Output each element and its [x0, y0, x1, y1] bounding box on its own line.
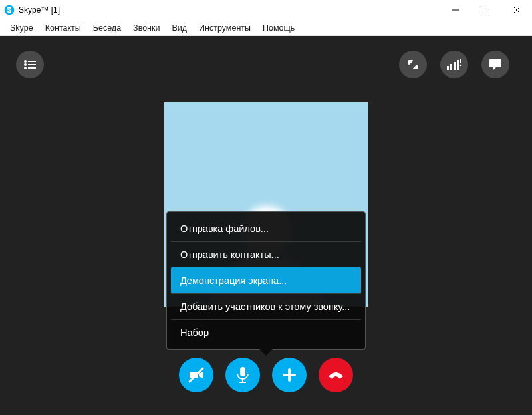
- menu-view[interactable]: Вид: [166, 22, 193, 34]
- svg-point-2: [24, 60, 27, 63]
- menu-conversation[interactable]: Беседа: [87, 22, 127, 34]
- add-menu-popup: Отправка файлов... Отправить контакты...…: [166, 211, 366, 350]
- menu-contacts[interactable]: Контакты: [39, 22, 87, 34]
- video-off-icon: [187, 366, 205, 384]
- window-minimize-button[interactable]: [440, 0, 471, 20]
- open-chat-button[interactable]: [481, 51, 509, 78]
- hangup-icon: [326, 365, 346, 385]
- menu-item-share-screen[interactable]: Демонстрация экрана...: [171, 267, 361, 293]
- window-maximize-button[interactable]: [471, 0, 501, 20]
- toggle-mic-button[interactable]: [225, 358, 260, 392]
- menubar: Skype Контакты Беседа Звонки Вид Инструм…: [0, 20, 532, 36]
- svg-point-13: [460, 65, 462, 67]
- fullscreen-button[interactable]: [399, 51, 427, 78]
- plus-icon: [282, 368, 297, 382]
- menu-item-send-files[interactable]: Отправка файлов...: [171, 216, 361, 241]
- svg-rect-5: [28, 64, 36, 65]
- list-icon: [24, 60, 36, 69]
- menu-calls[interactable]: Звонки: [127, 22, 166, 34]
- window-title: Skype™ [1]: [19, 5, 60, 15]
- signal-bars-icon: [447, 59, 462, 70]
- svg-point-6: [24, 67, 27, 69]
- menu-help[interactable]: Помощь: [257, 22, 301, 34]
- call-area: Отправка файлов... Отправить контакты...…: [0, 36, 532, 415]
- svg-rect-12: [460, 59, 461, 63]
- hangup-button[interactable]: [319, 358, 353, 392]
- popup-caret-icon: [259, 349, 273, 356]
- add-menu-button[interactable]: [272, 358, 307, 392]
- svg-rect-10: [454, 62, 456, 70]
- recent-list-button[interactable]: [16, 51, 44, 78]
- svg-rect-11: [457, 60, 459, 70]
- window-titlebar: Skype™ [1]: [0, 0, 532, 20]
- menu-tools[interactable]: Инструменты: [193, 22, 257, 34]
- svg-rect-8: [447, 66, 449, 70]
- svg-rect-7: [28, 67, 36, 69]
- fullscreen-icon: [408, 59, 418, 70]
- svg-rect-9: [450, 64, 452, 70]
- chat-bubble-icon: [489, 59, 502, 70]
- skype-logo-icon: [0, 5, 19, 15]
- microphone-icon: [235, 366, 250, 384]
- svg-point-4: [24, 63, 27, 66]
- svg-rect-16: [240, 367, 245, 376]
- toggle-video-button[interactable]: [179, 358, 213, 392]
- menu-item-dialpad[interactable]: Набор: [171, 319, 361, 345]
- menu-item-add-participants[interactable]: Добавить участников к этому звонку...: [171, 293, 361, 319]
- menu-item-send-contacts[interactable]: Отправить контакты...: [171, 241, 361, 267]
- call-controls: [179, 358, 353, 392]
- svg-rect-1: [483, 7, 489, 13]
- call-quality-button[interactable]: [440, 51, 468, 78]
- menu-skype[interactable]: Skype: [4, 22, 39, 34]
- window-close-button[interactable]: [501, 0, 532, 20]
- svg-rect-3: [28, 61, 36, 62]
